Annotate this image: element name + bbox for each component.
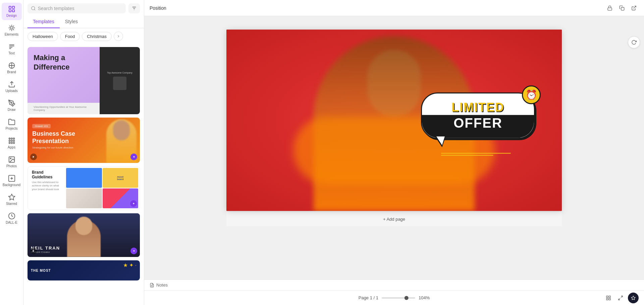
sidebar-item-starred[interactable]: Starred	[2, 191, 22, 208]
templates-panel: Templates Styles Halloween Food Christma…	[23, 0, 144, 305]
photos-icon	[8, 156, 15, 163]
tab-templates[interactable]: Templates	[28, 15, 60, 28]
template-subtitle-business-case: Strategizing for our future direction	[32, 146, 86, 149]
sidebar-item-brand[interactable]: Brand	[2, 59, 22, 77]
chevron-right-icon	[116, 34, 120, 38]
svg-rect-11	[9, 140, 10, 141]
canvas-frame[interactable]: ⏰ LIMITED OFFER	[226, 30, 562, 211]
brand-color-yellow: moodboard	[103, 168, 139, 188]
sidebar-item-label-brand: Brand	[7, 70, 16, 74]
refresh-button[interactable]	[628, 36, 640, 48]
design-icon	[8, 5, 15, 13]
filter-icon	[131, 6, 137, 11]
sidebar-item-apps[interactable]: Apps	[2, 134, 22, 152]
sidebar-item-draw[interactable]: Draw	[2, 97, 22, 114]
bottom-bar-center: Page 1 / 1 104%	[359, 295, 430, 300]
sidebar-item-dalle[interactable]: DALL-E	[2, 210, 22, 227]
chip-food[interactable]: Food	[60, 32, 80, 41]
svg-rect-28	[608, 8, 612, 10]
bottom-bar: Page 1 / 1 104%	[144, 290, 644, 305]
svg-line-38	[619, 298, 620, 300]
bubble-line-1	[441, 153, 511, 154]
business-case-badge: Gravel 101	[32, 124, 51, 128]
tab-styles[interactable]: Styles	[60, 15, 83, 28]
sidebar-item-elements[interactable]: Elements	[2, 21, 22, 39]
draw-icon	[8, 99, 15, 107]
chip-halloween[interactable]: Halloween	[28, 32, 58, 41]
more-button[interactable]	[629, 3, 639, 13]
sidebar-item-label-text: Text	[8, 51, 14, 55]
sidebar-item-label-elements: Elements	[5, 33, 19, 36]
canvas-image[interactable]: ⏰ LIMITED OFFER	[226, 30, 562, 211]
copy-button[interactable]	[617, 3, 627, 13]
template-making-difference[interactable]: Making a Difference Top Awesome Company …	[28, 47, 140, 114]
lock-button[interactable]	[605, 3, 614, 13]
template-title-brand-guidelines: Brand Guidelines	[32, 170, 61, 179]
grid-icon	[606, 295, 611, 301]
notes-icon	[150, 283, 154, 288]
search-input-wrapper[interactable]	[28, 3, 126, 13]
template-brand-guidelines[interactable]: Brand Guidelines Use this whiteboard to …	[28, 166, 140, 210]
offer-bubble[interactable]: ⏰ LIMITED OFFER	[421, 92, 535, 139]
main-area: Position	[144, 0, 644, 305]
sidebar-item-label-uploads: Uploads	[5, 89, 18, 93]
filter-button[interactable]	[128, 3, 140, 13]
sidebar-item-photos[interactable]: Photos	[2, 153, 22, 171]
offer-text: OFFER	[422, 115, 534, 138]
starred-icon	[8, 193, 15, 201]
brand-icon	[8, 62, 15, 69]
fullscreen-icon	[618, 295, 623, 301]
search-input[interactable]	[38, 6, 122, 11]
svg-point-4	[10, 27, 13, 29]
zoom-slider[interactable]	[382, 297, 415, 299]
sidebar-item-label-dalle: DALL-E	[6, 221, 17, 224]
panel-tabs: Templates Styles	[23, 15, 144, 28]
uploads-icon	[8, 81, 15, 88]
template-dark-stars[interactable]: THE MOST ★ ✦ ·	[28, 260, 140, 280]
sidebar-item-projects[interactable]: Projects	[2, 116, 22, 133]
bottom-bar-right	[604, 293, 639, 303]
search-icon	[31, 6, 36, 11]
template-title-business-case: Business Case Presentation	[32, 130, 86, 145]
play-icon	[32, 156, 35, 158]
brand-color-blue	[66, 168, 102, 188]
canvas-area[interactable]: ⏰ LIMITED OFFER + Add page	[144, 16, 644, 279]
pro-badge: ✦	[130, 154, 137, 160]
fullscreen-button[interactable]	[616, 293, 625, 303]
svg-rect-9	[11, 138, 12, 139]
sidebar-item-design[interactable]: Design	[2, 3, 22, 20]
template-business-case[interactable]: Gravel 101 Business Case Presentation St…	[28, 118, 140, 163]
pro-badge-3: ✦	[130, 248, 137, 254]
projects-icon	[8, 118, 15, 126]
sidebar-item-text[interactable]: Text	[2, 40, 22, 58]
category-chips: Halloween Food Christmas	[23, 28, 144, 44]
svg-rect-29	[621, 7, 624, 10]
svg-line-37	[621, 296, 623, 298]
play-button[interactable]	[30, 154, 37, 160]
template-neil-tran[interactable]: NEIL TRAN Content Creator ✦	[28, 213, 140, 257]
magic-button[interactable]	[628, 293, 639, 303]
play-button-2[interactable]	[30, 248, 37, 254]
sidebar-item-label-photos: Photos	[6, 164, 17, 168]
svg-line-30	[634, 6, 636, 8]
add-page-button[interactable]: + Add page	[226, 212, 562, 226]
pro-badge-2: ✦	[130, 200, 137, 207]
notes-bar[interactable]: Notes	[144, 279, 644, 290]
bubble-line-2	[441, 155, 493, 156]
grid-view-button[interactable]	[604, 293, 613, 303]
svg-rect-2	[9, 10, 11, 12]
sidebar-item-background[interactable]: Background	[2, 172, 22, 189]
zoom-thumb	[405, 296, 409, 300]
svg-marker-20	[8, 194, 14, 200]
notes-label: Notes	[156, 282, 168, 288]
background-icon	[8, 175, 15, 182]
chips-scroll-right[interactable]	[114, 32, 123, 41]
bubble-text: LIMITED OFFER	[433, 101, 523, 138]
top-bar: Position	[144, 0, 644, 16]
sidebar-item-uploads[interactable]: Uploads	[2, 78, 22, 95]
clock-icon: ⏰	[522, 85, 541, 104]
svg-rect-15	[11, 142, 12, 144]
chip-christmas[interactable]: Christmas	[82, 32, 112, 41]
bubble-decorative-lines	[441, 153, 528, 156]
dalle-icon	[8, 212, 15, 220]
